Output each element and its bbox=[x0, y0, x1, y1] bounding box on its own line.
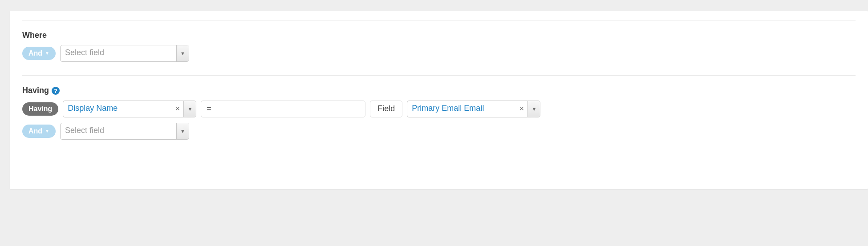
having-add-row: And ▼ Select field ▼ bbox=[22, 123, 856, 140]
query-builder-card: Where And ▼ Select field ▼ Having ? bbox=[10, 11, 868, 189]
divider bbox=[22, 75, 856, 76]
having-heading: Having ? bbox=[22, 85, 856, 96]
having-compare-mode[interactable]: Field bbox=[370, 101, 402, 117]
divider bbox=[22, 20, 856, 20]
having-compare-mode-value: Field bbox=[377, 104, 395, 113]
where-heading: Where bbox=[22, 30, 856, 40]
having-section: Having ? Having Display Name × ▼ = Field bbox=[22, 85, 856, 139]
having-operator-value: = bbox=[207, 104, 211, 113]
chevron-down-icon[interactable]: ▼ bbox=[183, 101, 196, 117]
page-wrap: Where And ▼ Select field ▼ Having ? bbox=[0, 0, 868, 189]
having-badge-label: Having bbox=[28, 104, 52, 114]
where-and-label: And bbox=[28, 48, 42, 58]
clear-icon[interactable]: × bbox=[172, 101, 184, 117]
having-field-select[interactable]: Select field ▼ bbox=[60, 123, 189, 140]
clear-icon[interactable]: × bbox=[516, 101, 528, 117]
having-and-label: And bbox=[28, 126, 42, 136]
where-section: Where And ▼ Select field ▼ bbox=[22, 30, 856, 62]
chevron-down-icon: ▼ bbox=[45, 50, 49, 56]
having-left-field-select[interactable]: Display Name × ▼ bbox=[63, 101, 196, 117]
chevron-down-icon: ▼ bbox=[45, 128, 49, 134]
having-field-placeholder: Select field bbox=[61, 123, 176, 139]
having-heading-text: Having bbox=[22, 85, 49, 96]
having-badge: Having bbox=[22, 102, 58, 116]
where-row: And ▼ Select field ▼ bbox=[22, 45, 856, 62]
where-and-pill[interactable]: And ▼ bbox=[22, 47, 56, 60]
where-field-select[interactable]: Select field ▼ bbox=[60, 45, 189, 62]
chevron-down-icon[interactable]: ▼ bbox=[527, 101, 540, 117]
having-and-pill[interactable]: And ▼ bbox=[22, 125, 56, 138]
chevron-down-icon[interactable]: ▼ bbox=[176, 45, 189, 61]
help-icon[interactable]: ? bbox=[52, 87, 60, 95]
where-field-placeholder: Select field bbox=[61, 45, 176, 61]
having-right-field-select[interactable]: Primary Email Email × ▼ bbox=[407, 101, 540, 117]
having-right-field-value: Primary Email Email bbox=[407, 101, 515, 117]
where-heading-text: Where bbox=[22, 30, 47, 40]
having-operator-input[interactable]: = bbox=[201, 101, 365, 117]
chevron-down-icon[interactable]: ▼ bbox=[176, 123, 189, 139]
having-left-field-value: Display Name bbox=[63, 101, 171, 117]
having-condition-row: Having Display Name × ▼ = Field Primary … bbox=[22, 101, 856, 117]
